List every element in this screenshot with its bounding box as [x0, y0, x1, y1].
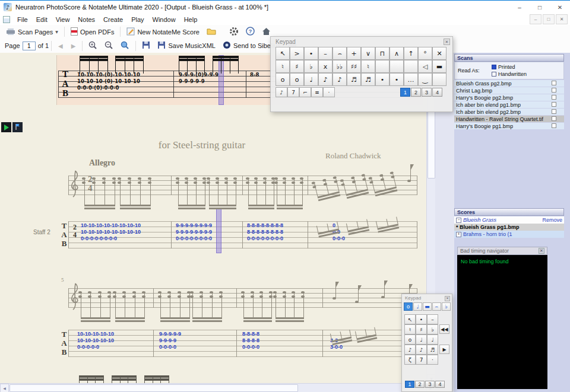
- menu-item-file[interactable]: File: [13, 15, 32, 24]
- maximize-button[interactable]: □: [530, 1, 550, 14]
- keypad-tab-2[interactable]: 2: [411, 88, 421, 97]
- keypad-tab-1[interactable]: 1: [400, 88, 410, 97]
- keypad-button[interactable]: …: [404, 73, 418, 86]
- expand-icon[interactable]: +: [456, 232, 461, 237]
- scan-file-row[interactable]: Ich aber bin elend pg1.bmp: [454, 101, 564, 108]
- keypad-tab-3[interactable]: 3: [425, 381, 435, 388]
- keypad-button[interactable]: –: [318, 47, 332, 60]
- keypad-button[interactable]: ♯♯: [347, 60, 361, 73]
- play-button[interactable]: [1, 122, 11, 132]
- keypad-button[interactable]: 7: [287, 87, 299, 97]
- keypad-button[interactable]: ♩: [304, 73, 318, 86]
- keypad-button[interactable]: ♪: [404, 345, 416, 355]
- keypad-button[interactable]: –: [427, 314, 438, 324]
- keypad-button[interactable]: ♪: [318, 73, 332, 86]
- keypad-button[interactable]: ♬: [347, 73, 361, 86]
- scan-pages-button[interactable]: Scan Pages ▼: [2, 26, 62, 38]
- keypad-button[interactable]: ζ: [404, 355, 416, 365]
- keypad-tab-1[interactable]: 1: [405, 381, 414, 388]
- close-icon[interactable]: ✕: [445, 296, 450, 301]
- keypad-button[interactable]: •: [416, 314, 427, 324]
- settings-button[interactable]: [226, 26, 242, 39]
- menu-item-play[interactable]: Play: [127, 15, 148, 24]
- remove-link[interactable]: Remove: [542, 217, 562, 223]
- keypad-button[interactable]: ↑: [404, 47, 418, 60]
- scan-file-row[interactable]: Christ Lag.bmp: [454, 87, 564, 94]
- keypad-button[interactable]: ♮: [404, 324, 416, 334]
- menu-item-help[interactable]: Help: [180, 15, 202, 24]
- mdi-restore-button[interactable]: □: [543, 14, 555, 24]
- back-arrow-button[interactable]: ◀: [54, 42, 67, 50]
- keypad-button[interactable]: •: [390, 73, 404, 86]
- keypad-button[interactable]: ♬: [361, 73, 375, 86]
- keypad-button[interactable]: ♯: [416, 324, 427, 334]
- collapse-icon[interactable]: −: [456, 218, 461, 223]
- close-button[interactable]: ✕: [550, 1, 570, 14]
- keypad-button[interactable]: o: [404, 334, 416, 345]
- flag-marker-button[interactable]: [12, 122, 23, 132]
- keypad-button[interactable]: +: [347, 47, 361, 60]
- keypad-button[interactable]: °: [418, 47, 432, 60]
- scan-file-row[interactable]: Ich aber bin elend pg2.bmp: [454, 109, 564, 115]
- save-musicxml-button[interactable]: Save MusicXML: [154, 40, 218, 52]
- scan-file-row[interactable]: Harry's Boogie pg2.bmp: [454, 94, 564, 101]
- read-as-printed-option[interactable]: Printed: [492, 64, 515, 70]
- scan-file-checkbox[interactable]: [552, 102, 556, 107]
- keypad-button[interactable]: ▬: [432, 60, 446, 73]
- printed-checkbox[interactable]: [492, 65, 496, 69]
- keypad-button[interactable]: ◁: [418, 60, 432, 73]
- keypad-button[interactable]: ⌐: [299, 87, 311, 97]
- keypad-nav-button[interactable]: ◀◀: [439, 324, 449, 334]
- score-item-blueish-grass[interactable]: − Blueish Grass Remove: [454, 216, 564, 224]
- keypad-button[interactable]: [404, 60, 418, 73]
- save-button[interactable]: [138, 40, 154, 52]
- keypad-button[interactable]: ♮: [361, 60, 375, 73]
- keypad-button[interactable]: ♩: [427, 334, 438, 345]
- new-notateme-button[interactable]: New NotateMe Score: [123, 26, 203, 38]
- keypad-mode-button[interactable]: ♭: [442, 302, 451, 311]
- keypad-tab-4[interactable]: 4: [435, 381, 445, 388]
- minimize-button[interactable]: –: [509, 1, 530, 14]
- horizontal-scrollbar[interactable]: ◀ ▶: [0, 383, 435, 392]
- handwritten-checkbox[interactable]: [492, 72, 496, 77]
- scores-panel-header[interactable]: Scores: [454, 208, 564, 216]
- keypad-button[interactable]: ♬: [427, 345, 438, 355]
- keypad-button[interactable]: >: [290, 47, 304, 60]
- zoom-out-button[interactable]: [101, 40, 117, 52]
- menu-item-window[interactable]: Window: [148, 15, 180, 24]
- keypad-button[interactable]: [432, 73, 446, 86]
- zoom-in-button[interactable]: [85, 40, 101, 52]
- keypad-mode-button[interactable]: ▬: [423, 302, 432, 311]
- read-as-handwritten-option[interactable]: Handwritten: [492, 71, 527, 77]
- scan-file-checkbox[interactable]: [552, 116, 556, 121]
- menu-item-view[interactable]: View: [52, 15, 74, 24]
- keypad-button[interactable]: ♮: [276, 60, 290, 73]
- keypad-button[interactable]: ✕: [432, 47, 446, 60]
- scan-file-row[interactable]: Harry's Boogie pg1.bmp: [454, 123, 564, 129]
- keypad-tab-4[interactable]: 4: [432, 88, 442, 97]
- score-item-brahms[interactable]: + Brahms - horn trio (1: [454, 231, 564, 238]
- mdi-minimize-button[interactable]: –: [530, 14, 542, 24]
- keypad-button[interactable]: ♪: [276, 87, 287, 97]
- keypad-mode-button[interactable]: o: [404, 302, 413, 311]
- keypad-button[interactable]: ♪: [416, 345, 427, 355]
- keypad-mode-button[interactable]: ⌢: [432, 302, 441, 311]
- forward-arrow-button[interactable]: ▶: [67, 42, 80, 50]
- close-icon[interactable]: ✕: [539, 248, 544, 254]
- keypad-button[interactable]: 7: [416, 355, 427, 365]
- open-pdfs-button[interactable]: Open PDFs: [67, 26, 118, 38]
- keypad-button[interactable]: ♯: [290, 60, 304, 73]
- menu-item-edit[interactable]: Edit: [32, 15, 52, 24]
- open-folder-button[interactable]: [203, 26, 220, 37]
- scan-file-row[interactable]: Handwritten - Ravel String Quartet.tif: [454, 116, 564, 122]
- keypad-mode-button[interactable]: ♩: [413, 302, 422, 311]
- close-icon[interactable]: ✕: [444, 39, 450, 45]
- page-number-input[interactable]: [23, 42, 36, 50]
- keypad-button[interactable]: o: [290, 73, 304, 86]
- keypad-button[interactable]: ⌢: [332, 47, 347, 60]
- keypad-button[interactable]: ·: [427, 355, 438, 365]
- keypad-button[interactable]: x: [318, 60, 332, 73]
- keypad-button[interactable]: ♩: [416, 334, 427, 345]
- keypad-button[interactable]: ‿: [418, 73, 432, 86]
- keypad-button[interactable]: [375, 60, 390, 73]
